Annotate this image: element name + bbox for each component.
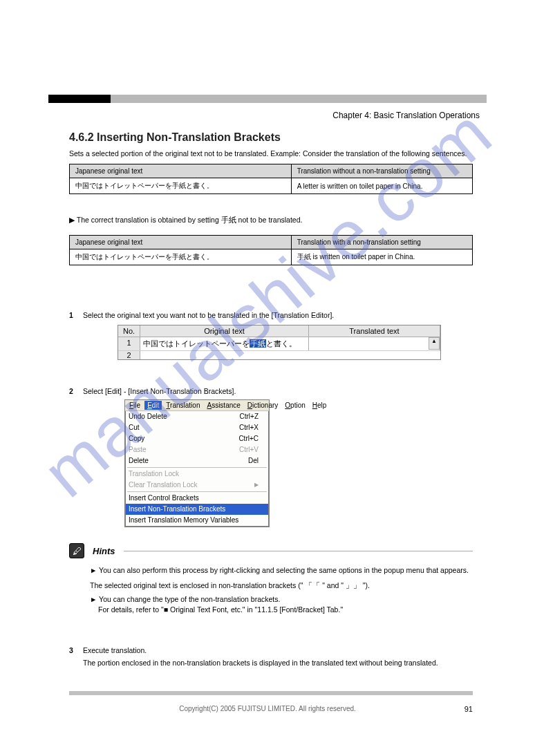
edit-menu-panel: Undo DeleteCtrl+Z CutCtrl+X CopyCtrl+C P… [125,411,269,527]
text-run: と書く。 [266,339,297,348]
step-title: Execute translation. [83,646,147,654]
hints-line: For details, refer to "■ Original Text F… [90,605,473,616]
example-table-2: Japanese original textTranslation with a… [69,235,473,265]
menu-file[interactable]: File [126,401,143,410]
grid-col-original: Original text [140,325,309,337]
selected-text: 手紙 [250,339,266,348]
menu-paste: PasteCtrl+V [126,444,268,455]
step-number: 1 [69,311,73,319]
chapter-label: Chapter 4: Basic Translation Operations [332,111,480,120]
grid-row-number: 1 [118,337,140,350]
step-number: 2 [69,387,73,395]
hints-line: ► You can also perform this process by r… [90,565,473,576]
menu-option[interactable]: Option [282,401,308,410]
hints-line: ► You can change the type of the non-tra… [90,594,473,605]
table-header: Japanese original text [70,236,292,249]
text-run: 中国ではトイレットペーパーを [143,339,250,348]
scroll-up-button[interactable]: ▲ [429,337,440,350]
menu-separator [127,467,267,468]
hints-header: 🖊 Hints [69,543,473,558]
footer-copyright: Copyright(C) 2005 FUJITSU LIMITED. All r… [0,705,535,712]
menu-edit[interactable]: Edit [144,401,162,410]
table-header: Translation without a non-translation se… [291,164,472,178]
step-number: 3 [69,646,73,654]
hints-label: Hints [88,546,120,556]
menu-clear-translation-lock: Clear Translation Lock▶ [126,480,268,491]
menu-translation-lock: Translation Lock [126,469,268,480]
edit-menu-screenshot: File Edit Translation Assistance Diction… [124,399,270,527]
menu-translation[interactable]: Translation [163,401,203,410]
menu-cut[interactable]: CutCtrl+X [126,422,268,433]
hints-icon: 🖊 [69,543,84,558]
table-cell: 中国ではトイレットペーパーを手紙と書く。 [70,249,292,265]
grid-col-no: No. [118,325,140,337]
table-header: Japanese original text [70,164,292,178]
hints-line: The selected original text is enclosed i… [90,580,473,592]
step-detail: The portion enclosed in the non-translat… [83,659,473,667]
table-header: Translation with a non-translation setti… [291,236,472,249]
angle-note: ▶ The correct translation is obtained by… [69,216,302,225]
grid-translated-cell[interactable]: ▲ [309,337,440,350]
step-text: Select [Edit] - [Insert Non-Translation … [83,387,236,395]
menu-undo-delete[interactable]: Undo DeleteCtrl+Z [126,411,268,422]
menu-dictionary[interactable]: Dictionary [245,401,281,410]
table-cell: A letter is written on toilet paper in C… [291,178,472,194]
grid-col-translated: Translated text [309,325,440,337]
menu-assistance[interactable]: Assistance [204,401,243,410]
table-cell: 中国ではトイレットペーパーを手紙と書く。 [70,178,292,194]
submenu-arrow-icon: ▶ [254,480,259,490]
hints-body: ► You can also perform this process by r… [90,565,473,616]
header-rule [48,95,487,103]
menu-bar: File Edit Translation Assistance Diction… [125,400,269,411]
menu-insert-tm-variables[interactable]: Insert Translation Memory Variables [126,515,268,526]
intro-text: Sets a selected portion of the original … [69,149,473,159]
step-text: Select the original text you want not to… [83,311,334,319]
section-title: 4.6.2 Inserting Non-Translation Brackets [69,131,281,144]
menu-separator [127,491,267,492]
grid-original-cell[interactable]: 中国ではトイレットペーパーを手紙と書く。 [140,337,309,350]
table-cell: 手紙 is written on toilet paper in China. [291,249,472,265]
menu-help[interactable]: Help [310,401,330,410]
page-number: 91 [464,705,473,713]
translation-editor-grid: No. Original text Translated text 1 中国では… [118,325,441,360]
menu-delete[interactable]: DeleteDel [126,455,268,466]
footer-rule [69,691,473,695]
menu-insert-non-translation-brackets[interactable]: Insert Non-Translation Brackets [126,504,268,515]
grid-row-number: 2 [118,351,140,359]
menu-insert-control-brackets[interactable]: Insert Control Brackets [126,493,268,504]
menu-copy[interactable]: CopyCtrl+C [126,433,268,444]
example-table-1: Japanese original textTranslation withou… [69,164,473,194]
